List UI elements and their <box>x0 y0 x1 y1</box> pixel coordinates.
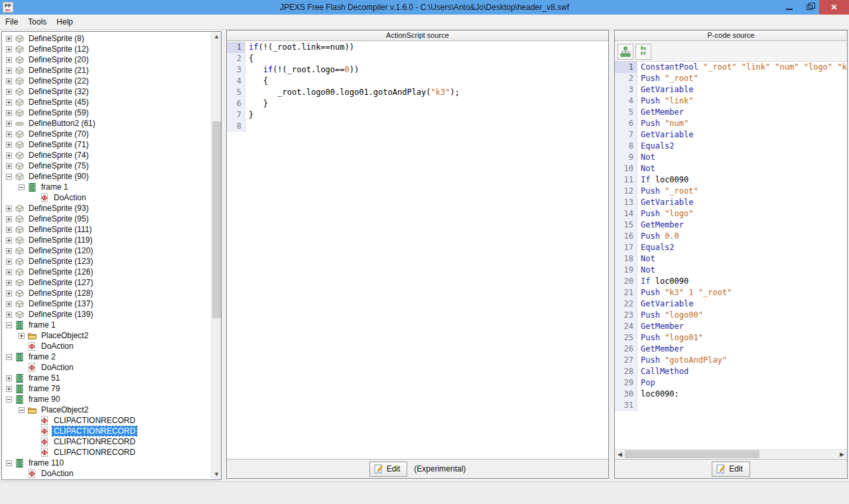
scroll-left-icon[interactable]: ◀ <box>615 450 625 459</box>
tree-item[interactable]: DoAction <box>2 341 211 351</box>
tree-item-label[interactable]: frame 2 <box>27 352 57 361</box>
tree-item-label[interactable]: DefineSprite (71) <box>27 140 90 149</box>
tree-item[interactable]: DefineSprite (137) <box>2 298 211 309</box>
tree-item[interactable]: frame 79 <box>2 383 211 394</box>
scroll-down-icon[interactable]: ▼ <box>212 470 222 479</box>
tree-item-label[interactable]: DefineSprite (127) <box>27 278 94 287</box>
tree-item-label[interactable]: DefineSprite (95) <box>27 214 90 223</box>
expand-icon[interactable] <box>6 110 12 116</box>
expand-icon[interactable] <box>6 248 12 254</box>
tree-item[interactable]: DefineSprite (32) <box>2 86 211 97</box>
tree-item[interactable]: DefineSprite (126) <box>2 267 211 277</box>
expand-icon[interactable] <box>6 99 12 105</box>
expand-icon[interactable] <box>6 280 12 286</box>
collapse-icon[interactable] <box>19 407 25 413</box>
expand-icon[interactable] <box>6 153 12 158</box>
tree-item[interactable]: frame 110 <box>2 458 211 468</box>
tree-item-label[interactable]: DefineSprite (126) <box>27 267 94 277</box>
expand-icon[interactable] <box>6 312 12 318</box>
tree-item-label[interactable]: DefineSprite (74) <box>27 151 90 160</box>
tree-item-label[interactable]: DefineSprite (137) <box>27 299 94 308</box>
tree-item-label[interactable]: DefineSprite (12) <box>27 44 90 54</box>
tree-item-label[interactable]: DefineSprite (75) <box>27 161 90 170</box>
menu-help[interactable]: Help <box>52 15 78 29</box>
tree-item[interactable]: DefineSprite (127) <box>2 277 211 288</box>
minimize-button[interactable] <box>779 0 799 15</box>
tree-item-label[interactable]: frame 51 <box>27 373 61 383</box>
graph-view-button[interactable] <box>618 44 633 60</box>
collapse-icon[interactable] <box>6 174 12 180</box>
expand-icon[interactable] <box>6 237 12 243</box>
expand-icon[interactable] <box>6 36 12 42</box>
tree-item-label[interactable]: PlaceObject2 <box>40 405 90 414</box>
tree-item-label[interactable]: DoAction <box>40 342 75 351</box>
tree-item-label[interactable]: CLIPACTIONRECORD <box>52 437 137 446</box>
tree-item-label[interactable]: DefineSprite (128) <box>27 288 94 298</box>
tree-item[interactable]: frame 90 <box>2 394 211 405</box>
tree-item[interactable]: DefineSprite (75) <box>2 160 211 171</box>
collapse-icon[interactable] <box>6 354 12 360</box>
tree-item[interactable]: CLIPACTIONRECORD <box>2 415 211 426</box>
tree-item-label[interactable]: DefineSprite (120) <box>27 246 94 255</box>
menu-tools[interactable]: Tools <box>23 15 51 29</box>
tree-item-label[interactable]: DefineSprite (119) <box>27 235 94 245</box>
tree-item-label[interactable]: CLIPACTIONRECORD <box>52 426 137 436</box>
scroll-up-icon[interactable]: ▲ <box>212 32 222 42</box>
actionscript-code-editor[interactable]: 1if(!(_root.link==num))2{3 if(!(_root.lo… <box>227 42 608 458</box>
tree-item[interactable]: DoAction <box>2 468 211 479</box>
tree-item-label[interactable]: CLIPACTIONRECORD <box>52 448 137 457</box>
tree-item-label[interactable]: frame 110 <box>27 458 65 468</box>
expand-icon[interactable] <box>6 206 12 212</box>
tree-item-label[interactable]: PlaceObject2 <box>40 331 90 340</box>
tree-item[interactable]: DefineSprite (12) <box>2 44 211 54</box>
expand-icon[interactable] <box>6 269 12 275</box>
tree-item[interactable]: frame 2 <box>2 351 211 362</box>
expand-icon[interactable] <box>6 68 12 74</box>
tree-item[interactable]: DefineSprite (93) <box>2 203 211 214</box>
collapse-icon[interactable] <box>6 397 12 403</box>
tree-item[interactable]: DefineSprite (59) <box>2 107 211 118</box>
tree-item[interactable]: frame 51 <box>2 373 211 383</box>
collapse-icon[interactable] <box>6 460 12 466</box>
tree-item-label[interactable]: DefineSprite (59) <box>27 108 90 117</box>
tree-item-label[interactable]: DefineSprite (111) <box>27 225 94 234</box>
tree-item[interactable]: DefineSprite (70) <box>2 129 211 139</box>
tree-item[interactable]: DefineSprite (71) <box>2 139 211 150</box>
collapse-icon[interactable] <box>6 322 12 328</box>
hex-view-button[interactable]: 0x FF <box>635 44 651 60</box>
tag-tree[interactable]: DefineSprite (8)DefineSprite (12)DefineS… <box>2 32 211 479</box>
collapse-icon[interactable] <box>19 184 25 190</box>
tree-item-label[interactable]: DefineSprite (93) <box>27 204 90 213</box>
expand-icon[interactable] <box>6 121 12 127</box>
expand-icon[interactable] <box>6 227 12 233</box>
tree-item[interactable]: CLIPACTIONRECORD <box>2 436 211 447</box>
tree-item[interactable]: PlaceObject2 <box>2 405 211 415</box>
expand-icon[interactable] <box>6 142 12 148</box>
tree-item[interactable]: CLIPACTIONRECORD <box>2 447 211 458</box>
expand-icon[interactable] <box>6 386 12 392</box>
tree-item[interactable]: frame 1 <box>2 320 211 330</box>
tree-item[interactable]: CLIPACTIONRECORD <box>2 426 211 436</box>
expand-icon[interactable] <box>6 46 12 52</box>
expand-icon[interactable] <box>6 131 12 137</box>
tree-item[interactable]: DefineSprite (22) <box>2 76 211 86</box>
tree-item-label[interactable]: DefineSprite (123) <box>27 257 94 266</box>
tree-item[interactable]: DefineSprite (128) <box>2 288 211 298</box>
tree-item-label[interactable]: DefineSprite (21) <box>27 66 90 75</box>
tree-item-label[interactable]: frame 1 <box>27 320 57 330</box>
tree-item-label[interactable]: frame 1 <box>40 182 70 192</box>
tree-item-label[interactable]: frame 90 <box>27 395 61 404</box>
expand-icon[interactable] <box>6 163 12 169</box>
tree-item-label[interactable]: CLIPACTIONRECORD <box>52 416 137 425</box>
tree-item[interactable]: DefineSprite (111) <box>2 224 211 235</box>
tree-item[interactable]: PlaceObject2 <box>2 330 211 341</box>
tree-item-label[interactable]: frame 79 <box>27 384 61 393</box>
pcode-code-editor[interactable]: 1ConstantPool "_root" "link" "num" "logo… <box>615 62 847 449</box>
expand-icon[interactable] <box>6 57 12 63</box>
tree-item-label[interactable]: DefineSprite (22) <box>27 76 90 86</box>
tree-item-label[interactable]: DefineButton2 (61) <box>27 119 97 128</box>
tree-vertical-scrollbar[interactable]: ▲ ▼ <box>211 32 221 479</box>
tree-item[interactable]: DefineSprite (8) <box>2 33 211 44</box>
expand-icon[interactable] <box>6 301 12 307</box>
expand-icon[interactable] <box>6 259 12 265</box>
